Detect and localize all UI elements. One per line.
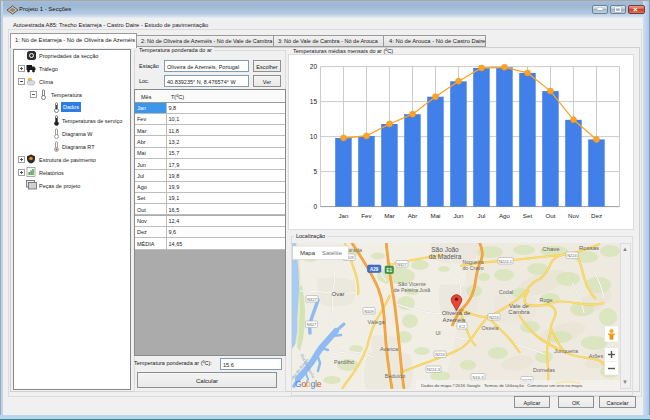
svg-text:Cambra: Cambra xyxy=(508,309,530,315)
svg-text:Nov: Nov xyxy=(568,212,580,219)
svg-text:Mapa: Mapa xyxy=(300,250,316,256)
svg-text:Codal: Codal xyxy=(499,289,513,295)
svg-text:Dez: Dez xyxy=(591,212,602,219)
svg-text:5: 5 xyxy=(313,168,317,175)
svg-text:Fev: Fev xyxy=(361,212,372,219)
svg-text:Ossela: Ossela xyxy=(481,325,499,331)
svg-text:Ago: Ago xyxy=(499,212,511,219)
svg-text:Dornelas: Dornelas xyxy=(533,367,555,373)
svg-text:Satélite: Satélite xyxy=(322,250,343,256)
svg-text:São João: São João xyxy=(431,246,459,253)
svg-text:Jul: Jul xyxy=(478,212,486,219)
svg-text:Avanca: Avanca xyxy=(380,346,399,352)
svg-text:N224: N224 xyxy=(567,253,577,258)
svg-text:Arões: Arões xyxy=(589,353,604,359)
svg-text:Dados do mapa ©2016 Google T: Dados do mapa ©2016 Google Termos de Uti… xyxy=(421,383,583,388)
svg-text:N224-3: N224-3 xyxy=(427,367,441,372)
svg-text:Roge: Roge xyxy=(539,297,552,303)
svg-text:de Pereira Jusã: de Pereira Jusã xyxy=(394,287,430,293)
svg-text:0: 0 xyxy=(313,203,317,210)
svg-text:20: 20 xyxy=(310,63,318,70)
svg-text:N327: N327 xyxy=(397,262,407,267)
svg-text:Mar: Mar xyxy=(384,212,395,219)
svg-text:Ovar: Ovar xyxy=(331,291,344,297)
svg-text:arada: arada xyxy=(348,247,363,253)
svg-text:A29: A29 xyxy=(370,267,379,272)
svg-text:Ul: Ul xyxy=(435,330,440,336)
svg-text:15: 15 xyxy=(310,98,318,105)
svg-text:Rossas: Rossas xyxy=(579,245,599,251)
svg-text:do Cravo: do Cravo xyxy=(462,265,483,271)
svg-text:N224-1: N224-1 xyxy=(499,259,513,264)
svg-text:E1: E1 xyxy=(386,268,392,273)
svg-text:N224: N224 xyxy=(489,315,499,320)
svg-text:Jan: Jan xyxy=(339,212,350,219)
svg-text:Vale de: Vale de xyxy=(509,303,530,309)
svg-text:10: 10 xyxy=(310,133,318,140)
svg-text:Azeméis: Azeméis xyxy=(442,317,465,323)
svg-text:Beduído: Beduído xyxy=(385,373,406,379)
svg-text:da Madeira: da Madeira xyxy=(429,253,462,260)
svg-text:Set: Set xyxy=(523,212,533,219)
svg-text:N109: N109 xyxy=(364,309,374,314)
svg-text:Abr: Abr xyxy=(408,212,418,219)
svg-text:Jun: Jun xyxy=(454,212,465,219)
svg-text:Out: Out xyxy=(546,212,556,219)
svg-text:Junqueira: Junqueira xyxy=(554,348,579,354)
svg-text:N16-3: N16-3 xyxy=(473,375,485,380)
svg-text:N327: N327 xyxy=(307,297,317,302)
svg-text:Mai: Mai xyxy=(431,212,441,219)
svg-text:IC2: IC2 xyxy=(459,324,466,329)
svg-text:Google: Google xyxy=(295,379,322,389)
svg-text:N327: N327 xyxy=(307,322,317,327)
svg-text:N224: N224 xyxy=(435,352,445,357)
svg-text:Pardilhó: Pardilhó xyxy=(334,359,354,365)
svg-text:Chave: Chave xyxy=(542,246,560,252)
svg-text:Válega: Válega xyxy=(367,319,385,325)
